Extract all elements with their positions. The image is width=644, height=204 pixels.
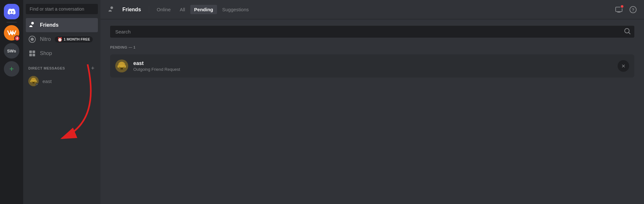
friends-tab-icon (107, 5, 116, 14)
add-server-button[interactable]: + (4, 61, 19, 77)
tab-actions: ? (614, 5, 638, 14)
screen-share-badge (620, 5, 624, 8)
guild-icon[interactable]: 4 (4, 25, 19, 41)
nitro-badge-text: 1 MONTH FREE (64, 37, 90, 41)
friends-nav-label: Friends (40, 22, 59, 28)
svg-point-1 (31, 38, 34, 41)
nav-item-nitro[interactable]: Nitro ⏰ 1 MONTH FREE (26, 32, 98, 46)
discord-home-icon[interactable] (4, 4, 19, 19)
tabs-header: Friends Online All Pending Suggestions ? (100, 0, 644, 19)
svg-rect-26 (118, 65, 119, 68)
friends-nav-icon (28, 21, 36, 29)
server-divider (6, 22, 17, 23)
svg-point-28 (119, 63, 124, 66)
dm-add-button[interactable]: + (90, 66, 95, 71)
svg-text:?: ? (632, 7, 634, 12)
sws-server-icon[interactable]: SWs (4, 43, 19, 59)
add-icon: + (9, 64, 14, 73)
close-friend-request-button[interactable]: × (618, 60, 629, 72)
dm-avatar-east (28, 76, 39, 86)
dm-item-east[interactable]: east (26, 73, 98, 89)
screen-share-icon[interactable] (614, 5, 623, 14)
tab-friends[interactable]: Friends (118, 5, 145, 14)
tab-divider (149, 6, 149, 14)
search-icon (624, 28, 630, 36)
channel-sidebar: Find or start a conversation Friends Nit… (23, 0, 100, 204)
svg-line-19 (629, 32, 630, 34)
friend-status-east: Outgoing Friend Request (133, 67, 612, 72)
svg-rect-3 (33, 51, 35, 53)
friend-actions: × (618, 60, 629, 72)
svg-rect-12 (30, 80, 31, 82)
tab-pending[interactable]: Pending (190, 5, 217, 14)
pending-request-item: east Outgoing Friend Request × (110, 54, 634, 78)
main-content: Friends Online All Pending Suggestions ? (100, 0, 644, 204)
nitro-nav-icon (28, 35, 36, 43)
dm-name-east: east (43, 79, 52, 84)
svg-rect-13 (36, 80, 37, 82)
shop-nav-label: Shop (40, 51, 52, 56)
friend-info-east: east Outgoing Friend Request (133, 60, 612, 72)
shop-nav-icon (28, 50, 36, 57)
search-placeholder: Find or start a conversation (30, 6, 84, 12)
tab-suggestions[interactable]: Suggestions (218, 5, 253, 14)
help-icon[interactable]: ? (629, 5, 638, 14)
friend-name-east: east (133, 60, 612, 66)
pending-section-title: PENDING — 1 (110, 45, 634, 49)
svg-rect-2 (29, 51, 32, 53)
svg-rect-27 (125, 65, 126, 68)
sws-label: SWs (7, 49, 16, 53)
nav-item-shop[interactable]: Shop (26, 46, 98, 60)
svg-rect-5 (33, 54, 35, 56)
server-sidebar: 4 SWs + (0, 0, 23, 204)
dm-status-east (36, 83, 39, 86)
dm-section-header: DIRECT MESSAGES + (23, 63, 100, 73)
nav-item-friends[interactable]: Friends (26, 18, 98, 32)
dm-section-title: DIRECT MESSAGES (28, 66, 65, 70)
friend-avatar-east (115, 60, 128, 72)
nitro-badge: ⏰ 1 MONTH FREE (55, 36, 93, 42)
svg-rect-10 (33, 82, 34, 83)
clock-icon: ⏰ (57, 37, 62, 42)
nitro-nav-label: Nitro (40, 36, 51, 42)
friends-search-input[interactable] (110, 26, 634, 38)
tab-all[interactable]: All (176, 5, 189, 14)
svg-rect-4 (29, 54, 32, 56)
search-bar[interactable]: Find or start a conversation (26, 4, 98, 14)
search-container (110, 26, 634, 38)
guild-badge: 4 (14, 35, 20, 41)
svg-rect-24 (120, 68, 123, 70)
friends-area: PENDING — 1 east Outgoin (100, 19, 644, 204)
tab-online[interactable]: Online (153, 5, 175, 14)
